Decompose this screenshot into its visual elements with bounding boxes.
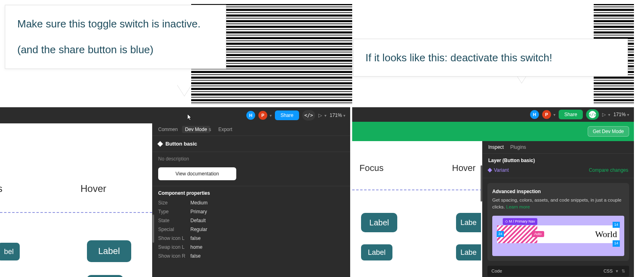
component-diamond-icon (157, 141, 163, 146)
dashed-divider (352, 190, 482, 190)
prop-row: SizeMedium (153, 198, 350, 207)
mouse-cursor (188, 114, 192, 121)
tab-inspect[interactable]: Inspect (488, 144, 504, 150)
prop-key: Show icon L (158, 235, 190, 241)
preview-auto-badge: Auto (532, 231, 544, 237)
compare-changes-link[interactable]: Compare changes (589, 167, 628, 173)
callout-left: Make sure this toggle switch is inactive… (5, 5, 226, 69)
adv-title: Advanced inspection (492, 188, 624, 195)
zoom-caret-icon: ▾ (343, 113, 345, 118)
panel-tabs: Commen Dev Mode s Export (153, 123, 350, 136)
devmode-banner: Get Dev Mode (352, 122, 634, 141)
layer-title: Layer (Button basic) (483, 154, 634, 165)
properties-list: SizeMedium TypePrimary StateDefault Spec… (153, 198, 350, 260)
canvas-right[interactable]: Focus Hover Label Labe Label Labe (352, 141, 482, 277)
prop-key: Type (158, 209, 190, 215)
avatar-p[interactable]: P (542, 110, 551, 119)
avatar-p[interactable]: P (258, 111, 267, 120)
play-icon[interactable]: ▷ (602, 112, 606, 117)
devmode-toggle-active[interactable]: </> (586, 109, 599, 120)
label-button-2[interactable]: Label (87, 275, 123, 277)
zoom-value: 171% (613, 112, 626, 117)
prop-row: StateDefault (153, 216, 350, 225)
callout-left-tail (177, 85, 192, 96)
variant-label: Variant (488, 167, 509, 173)
play-caret-icon[interactable]: ▾ (324, 113, 326, 118)
prop-row: Swap icon Lhome (153, 243, 350, 252)
no-description: No description (153, 152, 350, 165)
label-button-focus-2[interactable]: Label (361, 244, 392, 260)
share-button-green[interactable]: Share (559, 110, 583, 119)
learn-more-link[interactable]: Learn more (506, 204, 530, 209)
variant-text: Variant (494, 167, 509, 173)
view-documentation-button[interactable]: View documentation (158, 167, 236, 180)
inspector-panel-left: Commen Dev Mode s Export Button basic No… (152, 123, 350, 277)
prop-key: Special (158, 227, 190, 232)
callout-left-line1: Make sure this toggle switch is inactive… (17, 16, 214, 32)
callout-left-line2: (and the share button is blue) (17, 42, 214, 58)
prop-key: State (158, 218, 190, 223)
avatar-h[interactable]: H (530, 110, 539, 119)
component-name: Button basic (165, 141, 197, 147)
dashed-divider (0, 212, 152, 213)
scrollbar-thumb[interactable] (153, 215, 154, 243)
prop-key: Swap icon L (158, 244, 190, 250)
advanced-inspection-box: Advanced inspection Get spacing, colors,… (487, 183, 629, 261)
devmode-toggle-inactive[interactable]: </> (302, 110, 315, 121)
prop-row: TypePrimary (153, 207, 350, 216)
inspector-panel-right: Inspect Plugins Layer (Button basic) Var… (482, 141, 634, 277)
prop-val: Regular (190, 227, 207, 232)
prop-val: false (190, 235, 200, 241)
zoom-value: 171% (330, 112, 342, 118)
avatar-caret-icon[interactable]: ▾ (553, 112, 555, 117)
avatar-h[interactable]: H (246, 111, 255, 120)
code-settings-icon[interactable]: ⇅ (621, 269, 625, 274)
tab-devmode[interactable]: Dev Mode (182, 126, 211, 133)
prop-val: home (190, 244, 202, 250)
code-icon: </> (304, 112, 313, 118)
inspection-preview: ◇ M / Primary Nav 24 Auto World 14 14 (492, 216, 624, 256)
label-button-hover-cut[interactable]: Labe (456, 213, 481, 232)
preview-num-14-bottom: 14 (613, 240, 620, 247)
component-header: Button basic (153, 136, 350, 152)
preview-chip: ◇ M / Primary Nav (503, 218, 537, 225)
label-button-cut[interactable]: bel (0, 243, 20, 260)
prop-val: false (190, 253, 200, 259)
prop-row: SpecialRegular (153, 225, 350, 234)
zoom-level[interactable]: 171% ▾ (613, 112, 629, 117)
get-dev-mode-button[interactable]: Get Dev Mode (588, 126, 629, 137)
tab-comments[interactable]: Commen (158, 127, 178, 132)
preview-world-text: World (595, 227, 619, 241)
tab-plugins[interactable]: Plugins (510, 144, 526, 150)
avatar-caret-icon[interactable]: ▾ (270, 113, 272, 118)
label-button-focus-1[interactable]: Label (361, 213, 397, 232)
scrollbar-thumb-right[interactable] (481, 165, 482, 202)
tab-export[interactable]: Export (218, 127, 232, 132)
code-caret-icon[interactable]: ▾ (616, 269, 618, 274)
label-button[interactable]: Label (87, 240, 131, 262)
zoom-level[interactable]: 171% ▾ (330, 112, 345, 118)
prop-key: Show icon R (158, 253, 190, 259)
play-icon[interactable]: ▷ (318, 112, 322, 118)
preview-num-14-top: 14 (613, 222, 620, 228)
prop-row: Show icon Lfalse (153, 234, 350, 243)
code-label: Code (491, 269, 502, 273)
figma-window-right: H P ▾ Share </> ▷ ▾ 171% ▾ Get Dev Mode … (352, 107, 634, 277)
canvas-left[interactable]: s Hover bel Label Label (0, 123, 152, 277)
state-hover: Hover (80, 183, 106, 194)
state-focus: Focus (359, 163, 384, 173)
share-button[interactable]: Share (275, 110, 299, 120)
prop-val: Primary (190, 209, 207, 215)
prop-val: Medium (190, 200, 208, 206)
tab-frag: s (208, 127, 211, 132)
callout-right-text: If it looks like this: deactivate this s… (365, 50, 615, 66)
play-caret-icon[interactable]: ▾ (608, 112, 610, 117)
preview-num-24: 24 (497, 231, 504, 237)
state-hover: Hover (452, 163, 476, 173)
preview-frame: 24 Auto World 14 14 (497, 225, 619, 243)
inspector-tabs: Inspect Plugins (483, 141, 634, 154)
code-lang[interactable]: CSS (603, 269, 613, 273)
prop-row: Show icon Rfalse (153, 252, 350, 260)
prop-val: Default (190, 218, 206, 223)
label-button-hover-2[interactable]: Labe (456, 244, 481, 260)
